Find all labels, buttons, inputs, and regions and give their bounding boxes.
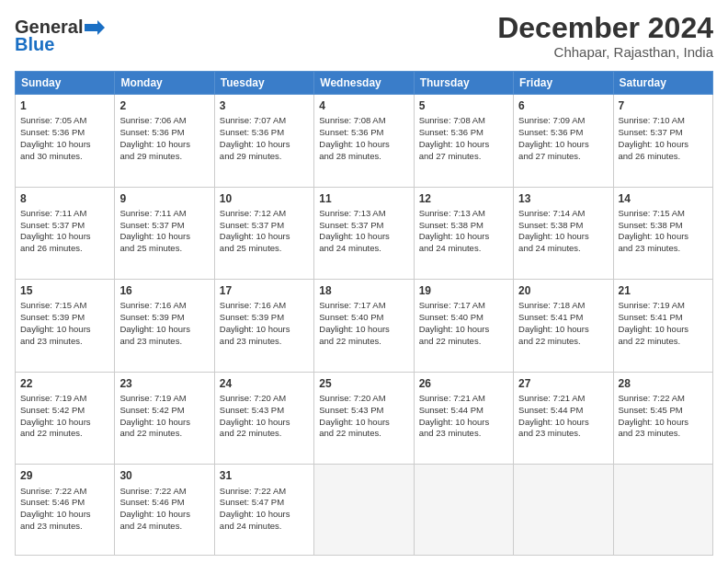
calendar-cell: 9 Sunrise: 7:11 AMSunset: 5:37 PMDayligh…: [115, 187, 214, 280]
calendar-week-row: 15 Sunrise: 7:15 AMSunset: 5:39 PMDaylig…: [16, 280, 713, 373]
day-info: Sunrise: 7:20 AMSunset: 5:43 PMDaylight:…: [319, 393, 390, 438]
day-number: 5: [419, 98, 508, 113]
calendar-cell: 27 Sunrise: 7:21 AMSunset: 5:44 PMDaylig…: [514, 372, 613, 465]
day-number: 2: [119, 98, 209, 113]
calendar-cell: 2 Sunrise: 7:06 AMSunset: 5:36 PMDayligh…: [115, 95, 214, 188]
calendar-cell: [514, 465, 613, 556]
calendar-cell: 8 Sunrise: 7:11 AMSunset: 5:37 PMDayligh…: [16, 187, 115, 280]
logo-arrow-icon: [85, 17, 105, 38]
calendar-cell: 10 Sunrise: 7:12 AMSunset: 5:37 PMDaylig…: [214, 187, 313, 280]
calendar-cell: 30 Sunrise: 7:22 AMSunset: 5:46 PMDaylig…: [115, 465, 214, 556]
calendar-cell: [314, 465, 414, 556]
day-number: 12: [419, 191, 508, 206]
day-info: Sunrise: 7:11 AMSunset: 5:37 PMDaylight:…: [20, 208, 91, 253]
day-number: 31: [220, 468, 309, 483]
day-info: Sunrise: 7:10 AMSunset: 5:37 PMDaylight:…: [619, 115, 689, 160]
day-number: 13: [518, 191, 608, 206]
day-number: 30: [119, 468, 209, 483]
calendar-day-header: Tuesday: [214, 72, 313, 95]
day-info: Sunrise: 7:22 AMSunset: 5:47 PMDaylight:…: [220, 486, 290, 531]
svg-marker-0: [85, 20, 105, 35]
header: General Blue December 2024 Chhapar, Raja…: [15, 13, 713, 60]
calendar-cell: 29 Sunrise: 7:22 AMSunset: 5:46 PMDaylig…: [16, 465, 115, 556]
day-info: Sunrise: 7:17 AMSunset: 5:40 PMDaylight:…: [319, 300, 390, 345]
day-number: 27: [518, 376, 608, 391]
day-number: 23: [119, 376, 209, 391]
day-info: Sunrise: 7:05 AMSunset: 5:36 PMDaylight:…: [20, 115, 91, 160]
day-number: 19: [419, 283, 508, 298]
day-number: 6: [518, 98, 608, 113]
calendar-cell: 7 Sunrise: 7:10 AMSunset: 5:37 PMDayligh…: [613, 95, 712, 188]
day-info: Sunrise: 7:21 AMSunset: 5:44 PMDaylight:…: [518, 393, 589, 438]
calendar-cell: 14 Sunrise: 7:15 AMSunset: 5:38 PMDaylig…: [613, 187, 712, 280]
location: Chhapar, Rajasthan, India: [497, 44, 713, 60]
day-info: Sunrise: 7:19 AMSunset: 5:42 PMDaylight:…: [119, 393, 190, 438]
month-title: December 2024: [497, 13, 713, 42]
logo-blue: Blue: [15, 34, 54, 55]
day-info: Sunrise: 7:08 AMSunset: 5:36 PMDaylight:…: [319, 115, 390, 160]
page-container: General Blue December 2024 Chhapar, Raja…: [0, 0, 728, 563]
day-info: Sunrise: 7:15 AMSunset: 5:39 PMDaylight:…: [20, 300, 91, 345]
calendar-cell: [414, 465, 513, 556]
day-number: 21: [619, 283, 708, 298]
day-number: 3: [220, 98, 309, 113]
day-info: Sunrise: 7:22 AMSunset: 5:46 PMDaylight:…: [20, 486, 91, 531]
day-info: Sunrise: 7:18 AMSunset: 5:41 PMDaylight:…: [518, 300, 589, 345]
calendar-day-header: Thursday: [414, 72, 513, 95]
day-info: Sunrise: 7:20 AMSunset: 5:43 PMDaylight:…: [220, 393, 290, 438]
day-number: 11: [319, 191, 408, 206]
day-info: Sunrise: 7:22 AMSunset: 5:46 PMDaylight:…: [119, 486, 190, 531]
day-number: 1: [20, 98, 109, 113]
calendar-day-header: Friday: [514, 72, 613, 95]
day-number: 24: [220, 376, 309, 391]
day-info: Sunrise: 7:09 AMSunset: 5:36 PMDaylight:…: [518, 115, 589, 160]
calendar-cell: 1 Sunrise: 7:05 AMSunset: 5:36 PMDayligh…: [16, 95, 115, 188]
day-number: 14: [619, 191, 708, 206]
day-number: 18: [319, 283, 408, 298]
day-info: Sunrise: 7:13 AMSunset: 5:37 PMDaylight:…: [319, 208, 390, 253]
calendar-day-header: Saturday: [613, 72, 712, 95]
calendar-cell: 5 Sunrise: 7:08 AMSunset: 5:36 PMDayligh…: [414, 95, 513, 188]
day-number: 29: [20, 468, 109, 483]
calendar-cell: 28 Sunrise: 7:22 AMSunset: 5:45 PMDaylig…: [613, 372, 712, 465]
calendar-week-row: 1 Sunrise: 7:05 AMSunset: 5:36 PMDayligh…: [16, 95, 713, 188]
calendar-cell: 13 Sunrise: 7:14 AMSunset: 5:38 PMDaylig…: [514, 187, 613, 280]
calendar-cell: 23 Sunrise: 7:19 AMSunset: 5:42 PMDaylig…: [115, 372, 214, 465]
calendar-table: SundayMondayTuesdayWednesdayThursdayFrid…: [15, 71, 713, 556]
day-info: Sunrise: 7:16 AMSunset: 5:39 PMDaylight:…: [119, 300, 190, 345]
calendar-day-header: Wednesday: [314, 72, 414, 95]
day-number: 26: [419, 376, 508, 391]
calendar-cell: 17 Sunrise: 7:16 AMSunset: 5:39 PMDaylig…: [214, 280, 313, 373]
day-info: Sunrise: 7:19 AMSunset: 5:42 PMDaylight:…: [20, 393, 91, 438]
day-info: Sunrise: 7:21 AMSunset: 5:44 PMDaylight:…: [419, 393, 490, 438]
calendar-cell: 25 Sunrise: 7:20 AMSunset: 5:43 PMDaylig…: [314, 372, 414, 465]
day-info: Sunrise: 7:17 AMSunset: 5:40 PMDaylight:…: [419, 300, 490, 345]
calendar-cell: 4 Sunrise: 7:08 AMSunset: 5:36 PMDayligh…: [314, 95, 414, 188]
calendar-cell: 3 Sunrise: 7:07 AMSunset: 5:36 PMDayligh…: [214, 95, 313, 188]
day-number: 17: [220, 283, 309, 298]
calendar-cell: 15 Sunrise: 7:15 AMSunset: 5:39 PMDaylig…: [16, 280, 115, 373]
day-info: Sunrise: 7:13 AMSunset: 5:38 PMDaylight:…: [419, 208, 490, 253]
day-number: 7: [619, 98, 708, 113]
day-number: 4: [319, 98, 408, 113]
calendar-cell: 6 Sunrise: 7:09 AMSunset: 5:36 PMDayligh…: [514, 95, 613, 188]
day-info: Sunrise: 7:14 AMSunset: 5:38 PMDaylight:…: [518, 208, 589, 253]
calendar-cell: 16 Sunrise: 7:16 AMSunset: 5:39 PMDaylig…: [115, 280, 214, 373]
day-info: Sunrise: 7:07 AMSunset: 5:36 PMDaylight:…: [220, 115, 290, 160]
calendar-cell: 12 Sunrise: 7:13 AMSunset: 5:38 PMDaylig…: [414, 187, 513, 280]
calendar-day-header: Sunday: [16, 72, 115, 95]
day-info: Sunrise: 7:22 AMSunset: 5:45 PMDaylight:…: [619, 393, 689, 438]
calendar-cell: 21 Sunrise: 7:19 AMSunset: 5:41 PMDaylig…: [613, 280, 712, 373]
day-number: 10: [220, 191, 309, 206]
day-info: Sunrise: 7:08 AMSunset: 5:36 PMDaylight:…: [419, 115, 490, 160]
logo: General Blue: [15, 13, 107, 55]
calendar-week-row: 8 Sunrise: 7:11 AMSunset: 5:37 PMDayligh…: [16, 187, 713, 280]
day-number: 28: [619, 376, 708, 391]
day-info: Sunrise: 7:12 AMSunset: 5:37 PMDaylight:…: [220, 208, 290, 253]
calendar-cell: 18 Sunrise: 7:17 AMSunset: 5:40 PMDaylig…: [314, 280, 414, 373]
day-info: Sunrise: 7:16 AMSunset: 5:39 PMDaylight:…: [220, 300, 290, 345]
calendar-cell: 19 Sunrise: 7:17 AMSunset: 5:40 PMDaylig…: [414, 280, 513, 373]
calendar-cell: 24 Sunrise: 7:20 AMSunset: 5:43 PMDaylig…: [214, 372, 313, 465]
day-number: 9: [119, 191, 209, 206]
calendar-cell: [613, 465, 712, 556]
